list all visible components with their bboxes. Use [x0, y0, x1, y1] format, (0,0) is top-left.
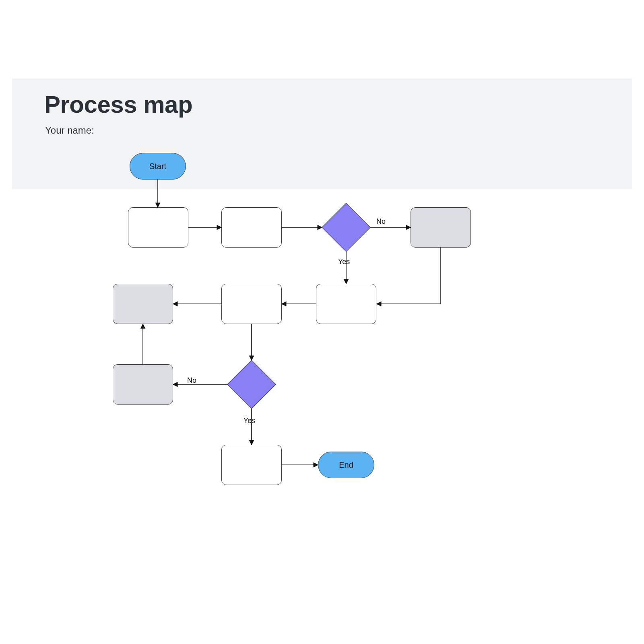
edge-label-d1-yes: Yes: [338, 258, 350, 266]
terminator-end: End: [318, 452, 374, 478]
process-4: [316, 284, 376, 324]
process-3-shaded: [411, 207, 471, 248]
process-5: [221, 284, 282, 324]
diamond-icon: [322, 203, 371, 252]
process-2: [221, 207, 282, 248]
process-8: [221, 445, 282, 485]
terminator-end-label: End: [339, 460, 353, 470]
process-6-shaded: [113, 284, 173, 324]
edge-label-d2-no: No: [187, 376, 196, 385]
process-7-shaded: [113, 364, 173, 405]
terminator-start-label: Start: [149, 162, 166, 171]
decision-2: [227, 360, 276, 409]
diamond-icon: [227, 360, 276, 409]
edge-label-d2-yes: Yes: [244, 417, 255, 425]
decision-1: [322, 203, 370, 252]
flowchart-canvas: Start End No Yes No Yes: [12, 78, 632, 561]
process-1: [128, 207, 188, 248]
edge-label-d1-no: No: [376, 217, 386, 226]
terminator-start: Start: [130, 153, 186, 180]
